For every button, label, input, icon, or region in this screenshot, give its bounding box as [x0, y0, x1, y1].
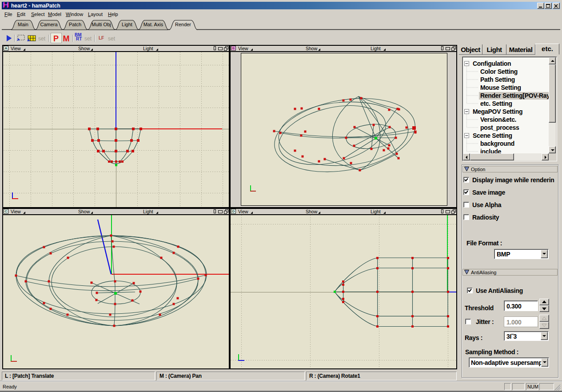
- svg-text:Version&etc.: Version&etc.: [480, 116, 516, 123]
- svg-text:Light: Light: [122, 22, 132, 27]
- svg-text:Scene Setting: Scene Setting: [473, 132, 512, 139]
- svg-text:MegaPOV Setting: MegaPOV Setting: [473, 108, 522, 115]
- svg-text:P: P: [53, 34, 59, 43]
- svg-text:set: set: [84, 36, 92, 42]
- svg-text:M: M: [63, 34, 70, 43]
- svg-text:Multi Obj: Multi Obj: [92, 22, 111, 27]
- svg-text:Path Setting: Path Setting: [480, 76, 515, 83]
- svg-text:RT: RT: [76, 36, 82, 41]
- svg-text:include: include: [480, 148, 501, 153]
- svg-text:Render: Render: [175, 22, 191, 27]
- svg-text:Render Setting[POV-Ray: Render Setting[POV-Ray: [480, 92, 549, 99]
- svg-text:post_process: post_process: [480, 124, 519, 131]
- svg-text:set: set: [38, 36, 46, 42]
- svg-text:Color Setting: Color Setting: [480, 68, 518, 75]
- svg-text:Configulation: Configulation: [473, 60, 511, 67]
- svg-text:Mat. Axis: Mat. Axis: [143, 22, 163, 27]
- svg-text:set: set: [108, 36, 116, 42]
- svg-text:LF: LF: [99, 36, 104, 40]
- svg-text:etc. Setting: etc. Setting: [480, 100, 512, 107]
- svg-text:Patch: Patch: [69, 22, 81, 27]
- svg-text:background: background: [480, 140, 514, 147]
- svg-text:Mouse Setting: Mouse Setting: [480, 84, 521, 91]
- svg-text:Main: Main: [18, 22, 28, 27]
- svg-text:Camera: Camera: [40, 22, 58, 27]
